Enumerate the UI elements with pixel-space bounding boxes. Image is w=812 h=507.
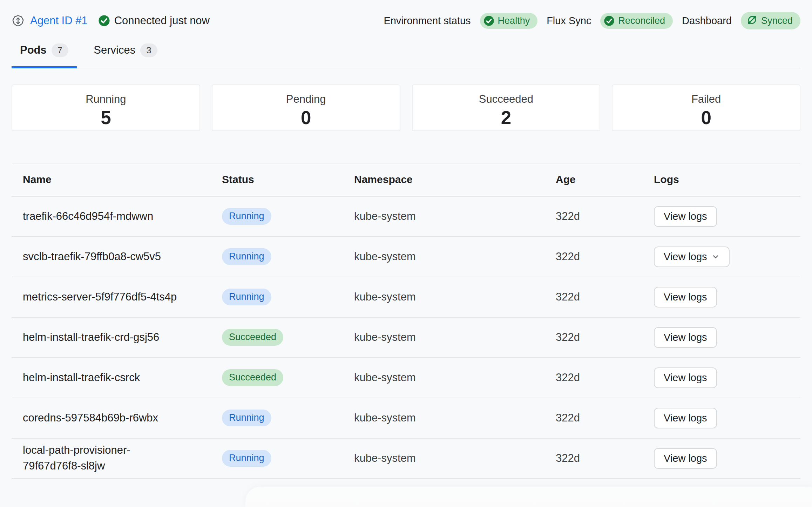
view-logs-button[interactable]: View logs	[654, 448, 717, 469]
check-circle-icon	[604, 15, 615, 26]
connected-check-icon	[98, 15, 110, 27]
pod-age: 322d	[556, 371, 654, 384]
failed-count: 0	[613, 107, 800, 128]
view-logs-button[interactable]: View logs	[654, 246, 730, 267]
status-badge: Running	[222, 410, 271, 426]
tab-bar: Pods 7 Services 3	[12, 37, 800, 68]
table-header-row: Name Status Namespace Age Logs	[12, 163, 800, 197]
pod-age: 322d	[556, 291, 654, 303]
pod-age: 322d	[556, 452, 654, 465]
pod-namespace: kube-system	[354, 250, 556, 263]
pod-name: helm-install-traefik-crd-gsj56	[12, 330, 222, 345]
pods-count-badge: 7	[52, 43, 68, 57]
pod-name: svclb-traefik-79ffb0a8-cw5v5	[12, 249, 222, 265]
pod-namespace: kube-system	[354, 412, 556, 424]
check-circle-icon	[483, 15, 494, 26]
flux-sync-label: Flux Sync	[547, 15, 591, 27]
synced-badge: Synced	[741, 12, 800, 29]
pod-age: 322d	[556, 210, 654, 223]
column-header-name: Name	[12, 174, 222, 185]
table-row: metrics-server-5f9f776df5-4ts4p Running …	[12, 277, 800, 318]
environment-status-label: Environment status	[384, 15, 471, 27]
column-header-namespace: Namespace	[354, 174, 556, 185]
tab-services[interactable]: Services 3	[85, 37, 165, 68]
pod-stats-row: Running 5 Pending 0 Succeeded 2 Failed 0	[12, 84, 800, 131]
status-badge: Succeeded	[222, 329, 283, 346]
status-badge: Running	[222, 208, 271, 225]
pod-name: traefik-66c46d954f-mdwwn	[12, 209, 222, 224]
stat-card-succeeded: Succeeded 2	[412, 84, 601, 131]
chevron-down-icon	[711, 252, 720, 261]
pod-name: coredns-597584b69b-r6wbx	[12, 410, 222, 426]
table-row: svclb-traefik-79ffb0a8-cw5v5 Running kub…	[12, 237, 800, 277]
tab-pods[interactable]: Pods 7	[12, 37, 77, 68]
connected-status: Connected just now	[114, 14, 210, 27]
pod-age: 322d	[556, 331, 654, 344]
stat-card-failed: Failed 0	[612, 84, 800, 131]
pod-namespace: kube-system	[354, 331, 556, 344]
view-logs-button[interactable]: View logs	[654, 287, 717, 307]
column-header-logs: Logs	[654, 174, 800, 185]
table-row: helm-install-traefik-csrck Succeeded kub…	[12, 358, 800, 398]
status-badge: Succeeded	[222, 369, 283, 386]
status-badge: Running	[222, 248, 271, 265]
agent-id-link[interactable]: Agent ID #1	[30, 14, 88, 27]
view-logs-button[interactable]: View logs	[654, 206, 717, 227]
view-logs-button[interactable]: View logs	[654, 367, 717, 388]
table-row: local-path-provisioner-79f67d76f8-sl8jw …	[12, 439, 800, 479]
pod-age: 322d	[556, 412, 654, 424]
services-count-badge: 3	[140, 43, 157, 57]
stat-card-pending: Pending 0	[212, 84, 400, 131]
pending-count: 0	[212, 107, 400, 128]
succeeded-count: 2	[413, 107, 600, 128]
agent-hexagon-arrows-icon	[12, 14, 25, 27]
table-row: helm-install-traefik-crd-gsj56 Succeeded…	[12, 318, 800, 358]
status-badge: Running	[222, 289, 271, 305]
pod-namespace: kube-system	[354, 291, 556, 303]
pod-age: 322d	[556, 250, 654, 263]
pod-namespace: kube-system	[354, 371, 556, 384]
stat-card-running: Running 5	[12, 84, 200, 131]
running-count: 5	[12, 107, 199, 128]
pod-namespace: kube-system	[354, 210, 556, 223]
pod-namespace: kube-system	[354, 452, 556, 465]
dashboard-label: Dashboard	[682, 15, 732, 27]
status-badge: Running	[222, 450, 271, 467]
view-logs-button[interactable]: View logs	[654, 327, 717, 348]
table-row: coredns-597584b69b-r6wbx Running kube-sy…	[12, 398, 800, 439]
column-header-age: Age	[556, 174, 654, 185]
healthy-badge: Healthy	[480, 13, 538, 29]
view-logs-button[interactable]: View logs	[654, 408, 717, 428]
bottom-panel-edge	[245, 487, 812, 507]
sync-slashed-circle-icon	[746, 14, 758, 27]
pod-name: local-path-provisioner-79f67d76f8-sl8jw	[12, 442, 222, 474]
top-bar: Agent ID #1 Connected just now Environme…	[12, 0, 800, 30]
pod-name: helm-install-traefik-csrck	[12, 370, 222, 386]
table-row: traefik-66c46d954f-mdwwn Running kube-sy…	[12, 197, 800, 237]
reconciled-badge: Reconciled	[600, 13, 673, 29]
pod-name: metrics-server-5f9f776df5-4ts4p	[12, 289, 222, 305]
pods-table: Name Status Namespace Age Logs traefik-6…	[12, 163, 800, 479]
column-header-status: Status	[222, 174, 354, 185]
